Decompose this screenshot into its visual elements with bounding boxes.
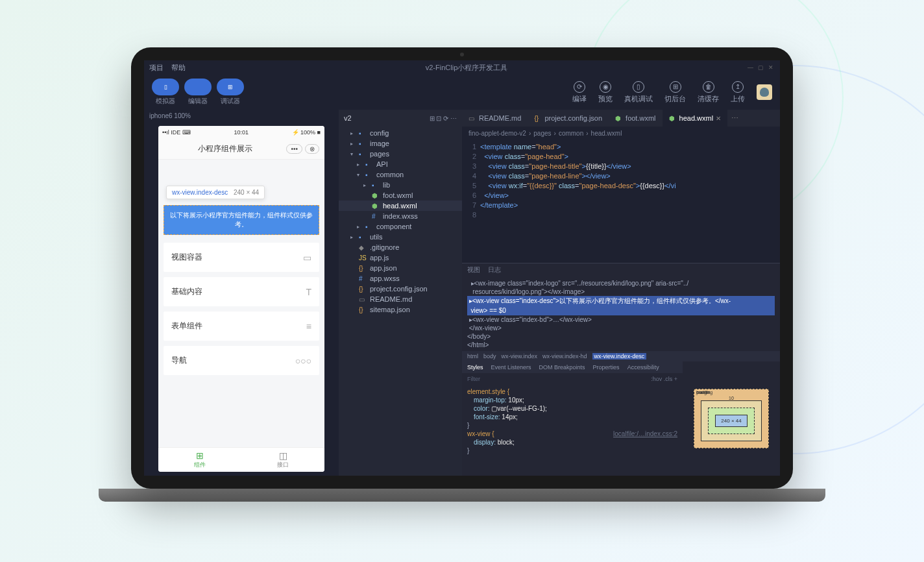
- phone-navbar: 小程序组件展示 ••• ⊗: [158, 139, 324, 160]
- simulator-panel: iphone6 100% ••ıl IDE ⌨ 10:01 ⚡ 100% ■ 小…: [144, 110, 339, 476]
- toolbar: ▯模拟器编辑器⊞调试器 ⟳编译◉预览▯真机调试⊞切后台🗑清缓存↥上传: [144, 75, 780, 110]
- code-editor[interactable]: 12345678 <template name="head"> <view cl…: [462, 140, 780, 263]
- tabbar-item[interactable]: ◫接口: [241, 448, 324, 472]
- capsule-menu-button[interactable]: •••: [286, 144, 302, 154]
- capsule-close-button[interactable]: ⊗: [305, 144, 319, 154]
- close-icon[interactable]: ✕: [716, 115, 721, 122]
- css-rules[interactable]: element.style {</span><span class="rule-…: [462, 385, 683, 476]
- toolbar-action[interactable]: ⊞切后台: [664, 81, 686, 104]
- toolbar-action[interactable]: ↥上传: [731, 81, 745, 104]
- phone-tabbar: ⊞组件◫接口: [158, 447, 324, 472]
- styles-filter[interactable]: Filter :hov .cls +: [462, 373, 683, 385]
- simulator-list-item[interactable]: 导航○○○: [164, 346, 319, 375]
- tree-item[interactable]: #index.wxss: [339, 211, 462, 221]
- tree-item[interactable]: {}project.config.json: [339, 284, 462, 294]
- box-model: margin10 border padding 240 × 44: [683, 361, 780, 476]
- tree-item[interactable]: #app.wxss: [339, 273, 462, 284]
- toolbar-action[interactable]: ⟳编译: [572, 81, 587, 104]
- explorer-root: v2: [344, 114, 352, 122]
- devtools-tabs[interactable]: 视图 日志: [462, 263, 780, 276]
- tree-item[interactable]: ⬢head.wxml: [339, 201, 462, 211]
- editor-panel: ▭README.md{}project.config.json⬢foot.wxm…: [462, 110, 780, 476]
- tree-item[interactable]: ▸▪utils: [339, 232, 462, 242]
- dom-tree[interactable]: ▸<wx-image class="index-logo" src="../re…: [462, 276, 780, 351]
- inspector-tooltip: wx-view.index-desc 240 × 44: [166, 186, 265, 199]
- tree-item[interactable]: ▾▪common: [339, 169, 462, 180]
- simulator-list-item[interactable]: 基础内容T: [164, 277, 319, 306]
- tree-item[interactable]: ▸▪config: [339, 128, 462, 138]
- toolbar-action[interactable]: 🗑清缓存: [698, 81, 719, 104]
- devtools-panel-tabs[interactable]: StylesEvent ListenersDOM BreakpointsProp…: [462, 361, 683, 373]
- window-controls[interactable]: —▢✕: [748, 64, 775, 71]
- phone-frame: ••ıl IDE ⌨ 10:01 ⚡ 100% ■ 小程序组件展示 ••• ⊗ …: [158, 126, 324, 472]
- highlighted-element[interactable]: 以下将展示小程序官方组件能力，组件样式仅供参考。: [164, 205, 319, 235]
- mode-button[interactable]: [184, 79, 212, 95]
- menubar: 项目 帮助 v2-FinClip小程序开发工具 —▢✕: [144, 60, 780, 75]
- editor-tab[interactable]: ▭README.md: [462, 110, 528, 127]
- simulator-list-item[interactable]: 视图容器▭: [164, 243, 319, 272]
- simulator-device-label: iphone6 100%: [144, 110, 339, 122]
- menu-project[interactable]: 项目: [149, 63, 164, 73]
- phone-statusbar: ••ıl IDE ⌨ 10:01 ⚡ 100% ■: [158, 126, 324, 139]
- tree-item[interactable]: ◆.gitignore: [339, 242, 462, 252]
- devtools: 视图 日志 ▸<wx-image class="index-logo" src=…: [462, 263, 780, 476]
- mode-button[interactable]: ⊞: [217, 79, 244, 95]
- editor-tab[interactable]: ⬢head.wxml✕: [663, 110, 728, 127]
- tree-item[interactable]: ▭README.md: [339, 294, 462, 304]
- dom-breadcrumb[interactable]: htmlbodywx-view.indexwx-view.index-hdwx-…: [462, 351, 780, 361]
- tree-item[interactable]: ▸▪image: [339, 138, 462, 149]
- editor-tab[interactable]: ⬢foot.wxml: [609, 110, 662, 127]
- toolbar-action[interactable]: ▯真机调试: [624, 81, 653, 104]
- tree-item[interactable]: {}app.json: [339, 263, 462, 273]
- tree-item[interactable]: ⬢foot.wxml: [339, 190, 462, 201]
- laptop-frame: 项目 帮助 v2-FinClip小程序开发工具 —▢✕ ▯模拟器编辑器⊞调试器 …: [99, 47, 825, 515]
- window-title: v2-FinClip小程序开发工具: [426, 63, 508, 73]
- toolbar-action[interactable]: ◉预览: [598, 81, 613, 104]
- simulator-list-item[interactable]: 表单组件≡: [164, 312, 319, 341]
- editor-tab[interactable]: {}project.config.json: [528, 110, 609, 127]
- mode-button[interactable]: ▯: [152, 79, 179, 95]
- tree-item[interactable]: ▸▪lib: [339, 180, 462, 190]
- tree-item[interactable]: ▾▪pages: [339, 149, 462, 159]
- tree-item[interactable]: {}sitemap.json: [339, 304, 462, 315]
- menu-help[interactable]: 帮助: [171, 63, 186, 73]
- tree-item[interactable]: JSapp.js: [339, 252, 462, 263]
- avatar[interactable]: [757, 84, 772, 100]
- explorer-actions[interactable]: ⊞ ⊡ ⟳ ⋯: [430, 115, 457, 122]
- file-explorer: v2 ⊞ ⊡ ⟳ ⋯ ▸▪config▸▪image▾▪pages▸▪API▾▪…: [339, 110, 462, 476]
- tabbar-item[interactable]: ⊞组件: [158, 448, 241, 472]
- tree-item[interactable]: ▸▪component: [339, 221, 462, 232]
- tabs-more-icon[interactable]: ⋯: [727, 114, 742, 123]
- tree-item[interactable]: ▸▪API: [339, 159, 462, 169]
- ide-app: 项目 帮助 v2-FinClip小程序开发工具 —▢✕ ▯模拟器编辑器⊞调试器 …: [144, 60, 780, 476]
- breadcrumb[interactable]: fino-applet-demo-v2 › pages › common › h…: [462, 127, 780, 140]
- phone-nav-title: 小程序组件展示: [198, 143, 252, 154]
- editor-tabs: ▭README.md{}project.config.json⬢foot.wxm…: [462, 110, 780, 127]
